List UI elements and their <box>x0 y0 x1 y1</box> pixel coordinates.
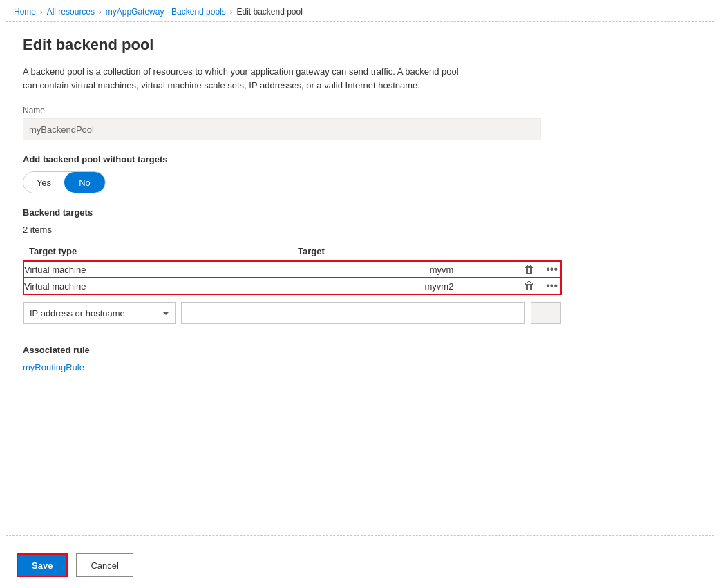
delete-button-1[interactable]: 🗑 <box>521 262 538 277</box>
cancel-button[interactable]: Cancel <box>76 553 133 577</box>
target-type-dropdown[interactable]: IP address or hostname <box>23 302 176 324</box>
save-button[interactable]: Save <box>17 553 68 577</box>
table-row: Virtual machine myvm2 🗑 ••• <box>23 278 561 294</box>
toggle-switch[interactable]: Yes No <box>23 171 106 193</box>
breadcrumb: Home › All resources › myAppGateway - Ba… <box>0 0 720 21</box>
add-target-row: IP address or hostname <box>23 294 561 328</box>
toggle-no[interactable]: No <box>64 172 105 193</box>
chevron-down-icon <box>162 312 169 315</box>
add-row-container: IP address or hostname <box>23 302 561 324</box>
breadcrumb-sep-3: › <box>230 8 233 16</box>
col-header-target: Target <box>292 242 453 261</box>
row-actions-1: 🗑 ••• <box>453 262 560 277</box>
add-target-button[interactable] <box>531 302 561 324</box>
toggle-section: Add backend pool without targets Yes No <box>23 154 697 193</box>
delete-icon-2: 🗑 <box>524 280 535 292</box>
name-label: Name <box>23 106 697 115</box>
breadcrumb-current: Edit backend pool <box>236 7 302 17</box>
target-value-1: myvm <box>292 261 453 278</box>
footer-bar: Save Cancel <box>0 542 720 588</box>
delete-button-2[interactable]: 🗑 <box>521 278 538 294</box>
breadcrumb-gateway[interactable]: myAppGateway - Backend pools <box>106 7 226 17</box>
routing-rule-link[interactable]: myRoutingRule <box>23 362 84 372</box>
col-header-type: Target type <box>23 242 292 261</box>
toggle-yes[interactable]: Yes <box>23 172 64 193</box>
description-text: A backend pool is a collection of resour… <box>23 65 472 92</box>
associated-rule-label: Associated rule <box>23 345 697 355</box>
row-actions-2: 🗑 ••• <box>453 278 560 294</box>
toggle-section-label: Add backend pool without targets <box>23 154 697 164</box>
target-type-1: Virtual machine <box>23 261 292 278</box>
more-icon-1: ••• <box>546 263 558 276</box>
more-button-1[interactable]: ••• <box>543 262 560 277</box>
more-icon-2: ••• <box>546 280 558 292</box>
name-input[interactable] <box>23 118 541 140</box>
edit-panel: Edit backend pool A backend pool is a co… <box>6 21 714 536</box>
associated-rule-section: Associated rule myRoutingRule <box>23 345 697 372</box>
target-value-input[interactable] <box>181 302 525 324</box>
breadcrumb-all-resources[interactable]: All resources <box>47 7 95 17</box>
more-button-2[interactable]: ••• <box>543 278 560 294</box>
delete-icon-1: 🗑 <box>524 263 535 276</box>
target-type-2: Virtual machine <box>23 278 292 294</box>
backend-targets-label: Backend targets <box>23 207 697 218</box>
targets-count: 2 items <box>23 225 697 235</box>
backend-targets-section: Backend targets 2 items Target type Targ… <box>23 207 697 328</box>
breadcrumb-sep-2: › <box>99 8 102 16</box>
name-field-group: Name <box>23 106 697 154</box>
breadcrumb-home[interactable]: Home <box>14 7 36 17</box>
dropdown-label: IP address or hostname <box>30 308 125 319</box>
target-value-2: myvm2 <box>292 278 453 294</box>
targets-table: Target type Target Virtual machine myvm <box>23 242 562 328</box>
page-title: Edit backend pool <box>23 36 697 54</box>
breadcrumb-sep-1: › <box>40 8 43 16</box>
table-row: Virtual machine myvm 🗑 ••• <box>23 261 561 278</box>
